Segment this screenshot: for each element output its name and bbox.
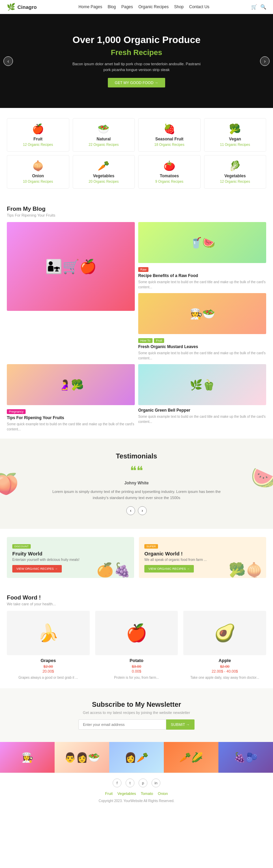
food-potato[interactable]: 🍎 Potato $3.00 0.00$ Protein is for you,… — [95, 611, 178, 680]
footer: f t p in Fruit Vegetables Tomato Onion C… — [0, 773, 273, 808]
blog-section: From My Blog Tips For Ripening Your Frui… — [0, 199, 273, 439]
testimonial-next-button[interactable]: › — [138, 506, 147, 515]
nav-shop[interactable]: Shop — [174, 4, 184, 9]
blog-image-raw: 🥤🍉 — [138, 222, 266, 263]
greens-icon: 🥬 — [208, 160, 263, 171]
food-price-old-grapes: $2.00 — [7, 664, 90, 669]
food-grid: 🍌 Grapes $2.00 20.00$ Grapes always a go… — [7, 611, 266, 680]
gallery-item-2[interactable]: 👨‍👩🥗 — [55, 742, 109, 773]
blog-post-mustard[interactable]: 🧑‍🍳🥗 How To Fruit Fresh Organic Mustard … — [138, 293, 266, 361]
newsletter-section: Subscribe to My Newsletter Get access to… — [0, 688, 273, 742]
gallery-image-5: 🍇🫐 — [218, 742, 273, 773]
photo-gallery: 👩‍🍳 👨‍👩🥗 👩🥕 🥕🌽 🍇🫐 — [0, 742, 273, 773]
nav-contact[interactable]: Contact Us — [189, 4, 209, 9]
newsletter-subtitle: Get access to my latest recipes by joini… — [7, 711, 266, 715]
search-icon[interactable]: 🔍 — [260, 4, 266, 10]
category-tomatoes[interactable]: 🍅 Tomatoes 9 Organic Recipes — [138, 155, 201, 189]
pinterest-icon[interactable]: p — [139, 779, 147, 787]
linkedin-icon[interactable]: in — [152, 779, 160, 787]
facebook-icon[interactable]: f — [113, 779, 121, 787]
footer-link-onion[interactable]: Onion — [158, 791, 168, 796]
navbar-actions: 🛒 🔍 — [251, 4, 266, 10]
promo-button-fruity[interactable]: VIEW ORGANIC RECIPES → — [12, 565, 62, 573]
newsletter-email-input[interactable] — [78, 719, 166, 730]
food-grapes[interactable]: 🍌 Grapes $2.00 20.00$ Grapes always a go… — [7, 611, 90, 680]
gallery-image-4: 🥕🌽 — [164, 742, 218, 773]
cart-icon[interactable]: 🛒 — [251, 4, 257, 10]
footer-link-fruit[interactable]: Fruit — [105, 791, 113, 796]
onion-icon: 🧅 — [11, 160, 66, 171]
promo-badge-super: SUPER — [144, 544, 158, 549]
gallery-item-1[interactable]: 👩‍🍳 — [0, 742, 55, 773]
newsletter-form: SUBMIT → — [78, 719, 195, 730]
blog-title-mustard: Fresh Organic Mustard Leaves — [138, 344, 266, 349]
testimonials-section: 🍑 🍉 Testimonials ❝❝ Johny White Lorem ip… — [0, 439, 273, 529]
testimonial-text: Lorem ipsum is simply dummy text of the … — [51, 489, 222, 501]
blog-post-raw[interactable]: 🥤🍉 Raw Recipe Benefits of a Raw Food Som… — [138, 222, 266, 290]
footer-link-vegetables[interactable]: Vegetables — [117, 791, 136, 796]
hero-cta-button[interactable]: GET MY GOOD FOOD → — [108, 78, 165, 87]
category-onion[interactable]: 🧅 Onion 10 Organic Recipes — [7, 155, 69, 189]
hero-description: Bacon ipsum dolor amet ball tip pork cho… — [72, 61, 201, 72]
gallery-item-4[interactable]: 🥕🌽 — [164, 742, 218, 773]
gallery-image-1: 👩‍🍳 — [0, 742, 55, 773]
nav-pages[interactable]: Pages — [121, 4, 133, 9]
category-vegan[interactable]: 🥦 Vegan 11 Organic Recipes — [204, 118, 267, 152]
nav-home[interactable]: Home Pages — [78, 4, 102, 9]
blog-image-pregnancy: 🤰🥦 — [7, 364, 135, 405]
cat-count-vegetables: 20 Organic Recipes — [76, 180, 131, 183]
food-apple[interactable]: 🥑 Apple $2.00 22.00$ - 40.00$ Take one a… — [183, 611, 266, 680]
blog-grid: 👨‍👧🛒🍎 🥤🍉 Raw Recipe Benefits of a Raw Fo… — [7, 222, 266, 432]
category-vegetables[interactable]: 🥕 Vegetables 20 Organic Recipes — [73, 155, 135, 189]
watermelon-decor: 🍉 — [251, 466, 273, 490]
blog-text-pepper: Some quick example text to build on the … — [138, 414, 266, 424]
gallery-image-3: 👩🥕 — [109, 742, 164, 773]
category-natural[interactable]: 🥗 Natural 22 Organic Recipes — [73, 118, 135, 152]
promo-card-organic: SUPER Organic World ! We all speak of or… — [139, 537, 266, 578]
blog-post-pregnancy[interactable]: 🤰🥦 Pregnancy Tips For Ripening Your Frui… — [7, 364, 135, 432]
vegetables-icon: 🥕 — [76, 160, 131, 171]
logo-text: Cinagro — [17, 4, 37, 10]
gallery-item-5[interactable]: 🍇🫐 — [218, 742, 273, 773]
cat-name-vegetables: Vegetables — [76, 174, 131, 178]
food-image-apple: 🥑 — [183, 611, 266, 655]
promo-fruits-icon: 🍊🍇 — [97, 562, 131, 578]
food-desc-grapes: Grapes always a good or best grab it ... — [7, 675, 90, 680]
promo-badge-discount: DISCOUNT — [12, 544, 31, 549]
newsletter-submit-button[interactable]: SUBMIT → — [166, 719, 195, 730]
cat-count-fruit: 12 Organic Recipes — [11, 143, 66, 147]
nav-organic[interactable]: Organic Recipes — [139, 4, 169, 9]
gallery-item-3[interactable]: 👩🥕 — [109, 742, 164, 773]
nav-blog[interactable]: Blog — [107, 4, 116, 9]
food-name-apple: Apple — [183, 658, 266, 663]
cat-count-greens: 12 Organic Recipes — [208, 180, 263, 183]
footer-link-tomato[interactable]: Tomato — [141, 791, 153, 796]
blog-post-pepper[interactable]: 🌿🫑 Organic Green Bell Pepper Some quick … — [138, 364, 266, 432]
tomatoes-icon: 🍅 — [142, 160, 197, 171]
testimonial-prev-button[interactable]: ‹ — [126, 506, 135, 515]
hero-next-button[interactable]: › — [260, 56, 270, 66]
promo-title-organic: Organic World ! — [144, 551, 261, 556]
testimonials-title: Testimonials — [7, 452, 266, 460]
hero-prev-button[interactable]: ‹ — [3, 56, 13, 66]
food-price-new-potato: 0.00$ — [95, 669, 178, 673]
promo-button-organic[interactable]: VIEW ORGANIC RECIPES → — [144, 565, 194, 573]
blog-tag-pregnancy: Pregnancy — [7, 409, 26, 414]
categories-grid: 🍎 Fruit 12 Organic Recipes 🥗 Natural 22 … — [7, 118, 266, 189]
category-fruit[interactable]: 🍎 Fruit 12 Organic Recipes — [7, 118, 69, 152]
category-greens[interactable]: 🥬 Vegetables 12 Organic Recipes — [204, 155, 267, 189]
cat-name-greens: Vegetables — [208, 174, 263, 178]
category-seasonal[interactable]: 🍓 Seasonal Fruit 18 Organic Recipes — [138, 118, 201, 152]
twitter-icon[interactable]: t — [126, 779, 134, 787]
testimonial-navigation: ‹ › — [7, 506, 266, 515]
natural-icon: 🥗 — [76, 123, 131, 135]
gallery-image-2: 👨‍👩🥗 — [55, 742, 109, 773]
logo[interactable]: 🌿 Cinagro — [7, 3, 37, 11]
food-name-grapes: Grapes — [7, 658, 90, 663]
blog-image-big: 👨‍👧🛒🍎 — [7, 222, 135, 311]
promo-title-fruity: Fruity World — [12, 551, 129, 556]
hero-title: Over 1,000 Organic Produce — [72, 35, 200, 45]
cat-count-seasonal: 18 Organic Recipes — [142, 143, 197, 147]
blog-title-pregnancy: Tips For Ripening Your Fruits — [7, 415, 135, 420]
blog-tag-raw: Raw — [138, 267, 148, 272]
